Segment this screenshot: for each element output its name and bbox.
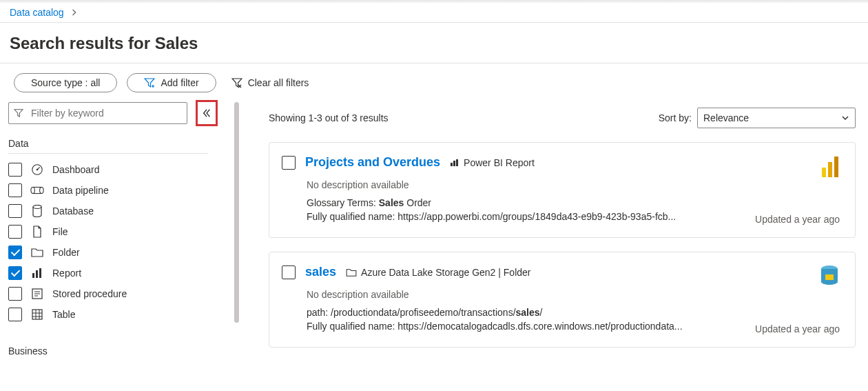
sort-dropdown[interactable]: Relevance bbox=[697, 108, 856, 128]
facet-item-report[interactable]: Report bbox=[8, 263, 238, 283]
results-area: Showing 1-3 out of 3 results Sort by: Re… bbox=[241, 102, 868, 361]
facet-label: Data pipeline bbox=[52, 185, 109, 196]
result-title-link[interactable]: sales bbox=[305, 265, 336, 279]
svg-rect-23 bbox=[451, 163, 453, 166]
svg-point-7 bbox=[40, 187, 43, 193]
glossary-line: Glossary Terms: Sales Order bbox=[307, 197, 840, 208]
result-checkbox[interactable] bbox=[282, 265, 296, 279]
chevron-right-icon bbox=[71, 7, 78, 18]
report-icon bbox=[450, 159, 459, 167]
filter-bar: Source type : all Add filter Clear all f… bbox=[0, 63, 868, 102]
facet-label: Dashboard bbox=[52, 164, 100, 175]
sort-value: Relevance bbox=[703, 112, 749, 123]
no-description: No description available bbox=[307, 179, 840, 190]
svg-rect-28 bbox=[834, 157, 838, 177]
sort-label: Sort by: bbox=[659, 112, 692, 123]
svg-rect-11 bbox=[32, 273, 34, 278]
scrollbar[interactable] bbox=[233, 102, 241, 361]
svg-point-5 bbox=[37, 169, 39, 171]
add-filter-button[interactable]: Add filter bbox=[127, 73, 216, 92]
facet-label: Folder bbox=[52, 247, 80, 258]
facet-item-dashboard[interactable]: Dashboard bbox=[8, 159, 238, 180]
facet-label: Report bbox=[52, 268, 81, 279]
facet-item-folder[interactable]: Folder bbox=[8, 242, 238, 263]
stored-procedure-icon bbox=[30, 288, 44, 299]
facet-panel: Data Dashboard Data pipeline Database bbox=[0, 102, 241, 361]
checkbox[interactable] bbox=[8, 287, 22, 301]
no-description: No description available bbox=[307, 289, 840, 300]
powerbi-icon bbox=[820, 155, 840, 179]
checkbox[interactable] bbox=[8, 245, 22, 259]
folder-icon bbox=[346, 268, 357, 277]
facet-item-file[interactable]: File bbox=[8, 221, 238, 242]
adls-icon bbox=[819, 265, 840, 287]
checkbox[interactable] bbox=[8, 266, 22, 280]
facet-item-table[interactable]: Table bbox=[8, 304, 238, 325]
page-title: Search results for Sales bbox=[0, 23, 868, 63]
facet-label: Database bbox=[52, 205, 94, 217]
divider bbox=[8, 153, 208, 154]
source-type-label: Source type : all bbox=[31, 77, 100, 88]
filter-icon bbox=[14, 108, 23, 118]
facet-heading-data: Data bbox=[8, 138, 238, 149]
svg-rect-26 bbox=[822, 168, 826, 177]
result-card: Projects and Overdues Power BI Report No… bbox=[269, 142, 856, 238]
source-type-pill[interactable]: Source type : all bbox=[14, 73, 117, 92]
checkbox[interactable] bbox=[8, 225, 22, 239]
filter-keyword-input[interactable] bbox=[8, 102, 187, 124]
facet-item-pipeline[interactable]: Data pipeline bbox=[8, 180, 238, 201]
svg-rect-18 bbox=[32, 310, 42, 319]
facet-label: Table bbox=[52, 309, 75, 320]
table-icon bbox=[30, 309, 44, 320]
facet-label: File bbox=[52, 226, 68, 237]
svg-rect-27 bbox=[828, 162, 832, 177]
checkbox[interactable] bbox=[8, 204, 22, 218]
collapse-panel-button[interactable] bbox=[197, 103, 216, 123]
chevron-down-icon bbox=[841, 114, 849, 122]
svg-rect-13 bbox=[39, 268, 41, 278]
result-type-label: Power BI Report bbox=[450, 157, 535, 168]
svg-rect-24 bbox=[453, 161, 455, 166]
folder-icon bbox=[30, 247, 44, 258]
svg-rect-31 bbox=[825, 274, 834, 280]
dashboard-icon bbox=[30, 163, 44, 176]
svg-rect-12 bbox=[36, 270, 38, 278]
report-icon bbox=[30, 268, 44, 279]
breadcrumb-root-link[interactable]: Data catalog bbox=[10, 7, 64, 18]
clear-filters-button[interactable]: Clear all filters bbox=[226, 74, 315, 92]
scrollbar-thumb[interactable] bbox=[234, 102, 239, 323]
svg-point-6 bbox=[31, 187, 34, 193]
checkbox[interactable] bbox=[8, 308, 22, 321]
facet-item-database[interactable]: Database bbox=[8, 201, 238, 221]
file-icon bbox=[30, 225, 44, 238]
database-icon bbox=[30, 205, 44, 217]
facet-item-sproc[interactable]: Stored procedure bbox=[8, 283, 238, 304]
breadcrumb: Data catalog bbox=[0, 3, 868, 23]
updated-label: Updated a year ago bbox=[755, 323, 840, 334]
results-summary: Showing 1-3 out of 3 results bbox=[269, 112, 389, 123]
path-line: path: /productiondata/profiseedemo/trans… bbox=[307, 307, 840, 318]
pipeline-icon bbox=[30, 186, 44, 195]
checkbox[interactable] bbox=[8, 163, 22, 177]
facet-label: Stored procedure bbox=[52, 288, 127, 299]
filter-add-icon bbox=[144, 77, 155, 88]
result-card: sales Azure Data Lake Storage Gen2 | Fol… bbox=[269, 252, 856, 348]
facet-heading-business: Business bbox=[8, 345, 238, 357]
checkbox[interactable] bbox=[8, 183, 22, 197]
updated-label: Updated a year ago bbox=[755, 214, 840, 225]
add-filter-label: Add filter bbox=[161, 77, 198, 88]
filter-clear-icon bbox=[231, 77, 242, 88]
result-type-label: Azure Data Lake Storage Gen2 | Folder bbox=[346, 267, 530, 278]
svg-point-10 bbox=[33, 205, 41, 209]
clear-filters-label: Clear all filters bbox=[248, 77, 309, 88]
svg-rect-25 bbox=[456, 159, 458, 166]
result-title-link[interactable]: Projects and Overdues bbox=[305, 155, 440, 170]
result-checkbox[interactable] bbox=[282, 156, 296, 170]
